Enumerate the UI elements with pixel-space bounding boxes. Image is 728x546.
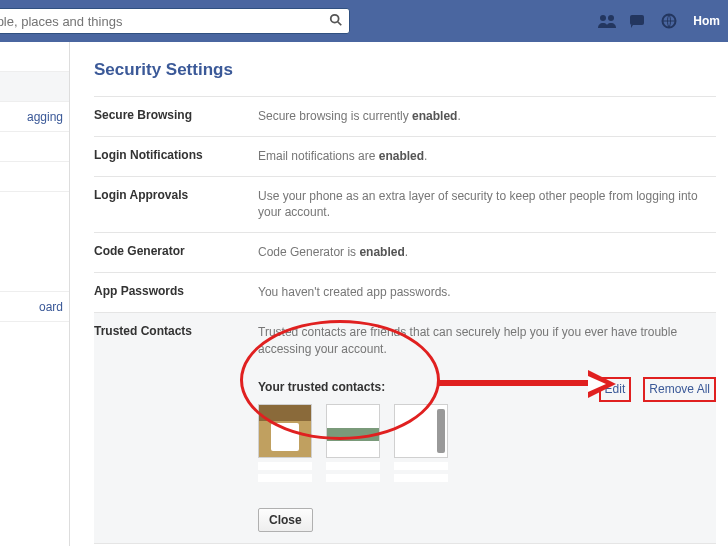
- svg-rect-4: [630, 15, 644, 25]
- contact-name: [258, 462, 312, 486]
- text: .: [457, 109, 460, 123]
- row-secure-browsing[interactable]: Secure Browsing Secure browsing is curre…: [94, 96, 716, 136]
- text: Code Generator is: [258, 245, 359, 259]
- status-strong: enabled: [412, 109, 457, 123]
- contact-name: [394, 462, 448, 486]
- row-login-approvals[interactable]: Login Approvals Use your phone as an ext…: [94, 176, 716, 233]
- main-content: Security Settings Secure Browsing Secure…: [70, 42, 728, 546]
- row-login-notifications[interactable]: Login Notifications Email notifications …: [94, 136, 716, 176]
- trusted-contacts-desc: Trusted contacts are friends that can se…: [258, 324, 716, 358]
- close-button[interactable]: Close: [258, 508, 313, 532]
- notifications-icon[interactable]: [661, 13, 679, 29]
- sidebar-item-4[interactable]: [0, 162, 69, 192]
- row-label: App Passwords: [94, 284, 258, 301]
- search-icon[interactable]: [329, 13, 343, 30]
- trusted-contact[interactable]: [326, 404, 380, 486]
- svg-point-0: [331, 14, 339, 22]
- sidebar-item-3[interactable]: [0, 132, 69, 162]
- contact-avatar: [394, 404, 448, 458]
- row-body: You haven't created app passwords.: [258, 284, 716, 301]
- sidebar-item-board[interactable]: oard: [0, 292, 69, 322]
- search-input[interactable]: [0, 14, 329, 29]
- row-body: Code Generator is enabled.: [258, 244, 716, 261]
- friend-requests-icon[interactable]: [597, 13, 615, 29]
- row-code-generator[interactable]: Code Generator Code Generator is enabled…: [94, 232, 716, 272]
- text: .: [405, 245, 408, 259]
- contact-avatar: [326, 404, 380, 458]
- text: Email notifications are: [258, 149, 379, 163]
- row-label: Login Approvals: [94, 188, 258, 222]
- page-title: Security Settings: [94, 60, 716, 80]
- row-trusted-contacts: Trusted Contacts Trusted contacts are fr…: [94, 312, 716, 543]
- top-bar: Hom: [0, 0, 728, 42]
- trusted-contact[interactable]: [258, 404, 312, 486]
- contact-name: [326, 462, 380, 486]
- row-app-passwords[interactable]: App Passwords You haven't created app pa…: [94, 272, 716, 312]
- top-right-icons: Hom: [597, 13, 720, 29]
- trusted-contact[interactable]: [394, 404, 448, 486]
- sidebar-item-security[interactable]: [0, 72, 69, 102]
- trusted-contacts-list: [258, 404, 716, 486]
- home-link[interactable]: Hom: [693, 14, 720, 28]
- row-label: Code Generator: [94, 244, 258, 261]
- search-input-wrap[interactable]: [0, 8, 350, 34]
- status-strong: enabled: [359, 245, 404, 259]
- row-label: Login Notifications: [94, 148, 258, 165]
- text: .: [424, 149, 427, 163]
- sidebar-item-0[interactable]: [0, 42, 69, 72]
- svg-point-3: [608, 15, 614, 21]
- sidebar-gap: [0, 192, 69, 292]
- edit-link[interactable]: Edit: [599, 377, 632, 402]
- sidebar-item-tagging[interactable]: agging: [0, 102, 69, 132]
- contact-avatar: [258, 404, 312, 458]
- row-body: Use your phone as an extra layer of secu…: [258, 188, 716, 222]
- text: Secure browsing is currently: [258, 109, 412, 123]
- row-body: Email notifications are enabled.: [258, 148, 716, 165]
- remove-all-link[interactable]: Remove All: [643, 377, 716, 402]
- status-strong: enabled: [379, 149, 424, 163]
- left-sidebar: agging oard: [0, 42, 70, 546]
- svg-point-2: [600, 15, 606, 21]
- row-label: Trusted Contacts: [94, 324, 258, 532]
- svg-line-1: [338, 21, 342, 25]
- messages-icon[interactable]: [629, 13, 647, 29]
- row-body: Trusted contacts are friends that can se…: [258, 324, 716, 532]
- row-label: Secure Browsing: [94, 108, 258, 125]
- row-body: Secure browsing is currently enabled.: [258, 108, 716, 125]
